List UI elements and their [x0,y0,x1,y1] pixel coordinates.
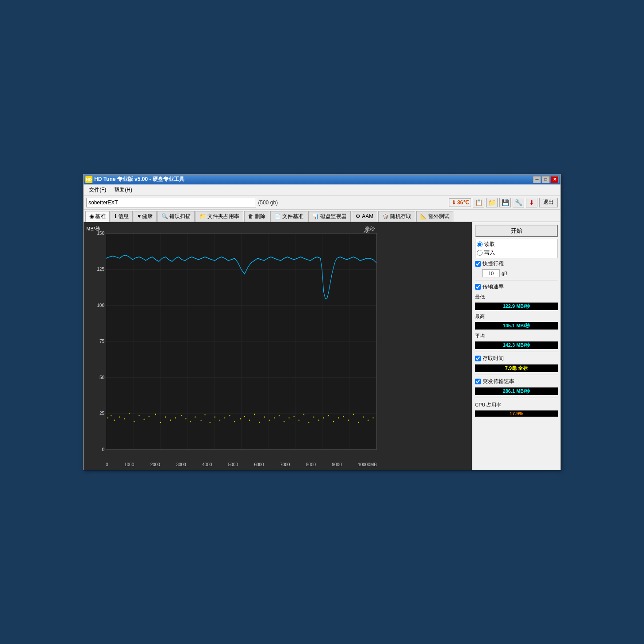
maximize-button[interactable]: □ [542,176,550,183]
svg-point-53 [284,421,284,422]
svg-point-69 [363,416,364,418]
close-button[interactable]: ✕ [551,176,559,183]
write-radio[interactable]: 写入 [477,249,556,257]
svg-point-46 [249,419,250,421]
transfer-rate-checkbox-item: 传输速率 [475,283,558,291]
access-time-checkbox-item: 存取时间 [475,355,558,362]
svg-point-47 [254,414,255,415]
svg-point-35 [195,416,196,418]
svg-point-42 [229,415,230,416]
svg-point-41 [224,417,225,418]
tab-extra-label: 额外测试 [428,213,449,220]
svg-point-37 [204,414,205,415]
app-icon: HD [85,176,92,183]
svg-point-70 [368,419,368,421]
tab-health-icon: ♥ [138,213,141,219]
fast-mode-input[interactable] [482,269,500,277]
tab-error-label: 错误扫描 [169,213,191,220]
cpu-label: CPU 占用率 [475,402,558,408]
read-write-radio-group: 读取 写入 [475,239,558,258]
graph-container [106,233,377,450]
tab-health-label: 健康 [142,213,153,220]
tab-folder-label: 文件夹占用率 [207,213,239,220]
read-label: 读取 [484,241,495,248]
tabs-bar: ◉ 基准 ℹ 信息 ♥ 健康 🔍 错误扫描 📁 文件夹占用率 🗑 删除 📄 文件… [84,210,560,222]
transfer-rate-label: 传输速率 [483,283,504,291]
transfer-rate-checkbox[interactable] [475,284,481,290]
toolbar-btn-1[interactable]: 📋 [473,198,484,207]
svg-point-44 [240,418,241,419]
svg-point-40 [219,419,220,421]
svg-point-17 [107,417,108,418]
svg-point-61 [323,417,324,418]
tab-delete-icon: 🗑 [248,213,253,219]
svg-point-32 [181,415,182,416]
fast-mode-checkbox[interactable] [475,261,481,267]
tab-benchmark-icon: ◉ [89,213,94,219]
svg-point-59 [313,416,314,418]
svg-point-21 [124,418,125,419]
svg-point-36 [200,419,201,421]
tab-extra-icon: 📐 [420,213,427,219]
toolbar-btn-4[interactable]: 🔧 [513,198,524,207]
toolbar-btn-2[interactable]: 📁 [486,198,498,207]
burst-checkbox[interactable] [475,379,481,384]
svg-point-34 [190,421,191,422]
svg-point-20 [119,416,120,418]
access-time-checkbox[interactable] [475,356,481,361]
svg-point-45 [244,416,245,417]
tab-info-label: 信息 [118,213,129,220]
toolbar-btn-3[interactable]: 💾 [499,198,511,207]
minimize-button[interactable]: ─ [533,176,541,183]
tab-benchmark[interactable]: ◉ 基准 [85,211,110,222]
toolbar-btn-5[interactable]: ⬇ [526,198,537,207]
svg-point-38 [210,422,211,423]
svg-point-23 [134,421,134,422]
tab-file-icon: 📄 [274,213,281,219]
divider-2 [475,352,558,352]
window-controls: ─ □ ✕ [533,176,559,183]
tab-file-benchmark[interactable]: 📄 文件基准 [270,211,307,222]
tab-info[interactable]: ℹ 信息 [111,211,133,222]
tab-monitor-icon: 📊 [312,213,319,219]
svg-point-56 [299,419,299,421]
tab-folder-icon: 📁 [199,213,206,219]
start-button[interactable]: 开始 [475,225,558,237]
svg-point-71 [372,417,373,418]
read-radio[interactable]: 读取 [477,241,556,248]
tab-delete[interactable]: 🗑 删除 [244,211,269,222]
title-bar: HD HD Tune 专业版 v5.00 - 硬盘专业工具 ─ □ ✕ [84,175,560,184]
drive-select[interactable] [86,198,256,207]
svg-point-19 [114,419,115,421]
svg-point-58 [308,422,309,423]
tab-error-scan[interactable]: 🔍 错误扫描 [157,211,195,222]
cpu-value: 17.9% [475,410,558,417]
tab-aam-icon: ⚙ [356,213,360,219]
svg-point-65 [343,416,344,417]
menu-help[interactable]: 帮助(H) [111,185,136,195]
tab-folder-usage[interactable]: 📁 文件夹占用率 [196,211,243,222]
svg-point-30 [170,419,171,421]
divider-1 [475,280,558,280]
menu-file[interactable]: 文件(F) [85,185,110,195]
svg-point-67 [353,414,354,415]
temperature-badge: 🌡 36℃ [449,198,471,207]
exit-button[interactable]: 退出 [539,198,558,207]
tab-extra[interactable]: 📐 额外测试 [416,211,453,222]
tab-disk-monitor[interactable]: 📊 磁盘监视器 [308,211,351,222]
tab-random-label: 随机存取 [390,213,411,220]
tab-aam[interactable]: ⚙ AAM [352,211,377,222]
benchmark-graph [106,234,376,449]
svg-point-63 [333,421,334,422]
window-title: HD Tune 专业版 v5.00 - 硬盘专业工具 [94,176,533,183]
svg-point-33 [185,418,186,419]
burst-checkbox-item: 突发传输速率 [475,378,558,385]
tab-random[interactable]: 🎲 随机存取 [378,211,415,222]
tab-health[interactable]: ♥ 健康 [134,211,157,222]
burst-label: 突发传输速率 [483,378,514,385]
divider-4 [475,398,558,398]
svg-point-24 [138,415,139,416]
tab-info-icon: ℹ [115,213,117,219]
main-area: MB/秒 毫秒 150 125 100 75 50 25 0 60 50 40 … [84,222,560,470]
fast-mode-spin: gB [482,269,558,277]
